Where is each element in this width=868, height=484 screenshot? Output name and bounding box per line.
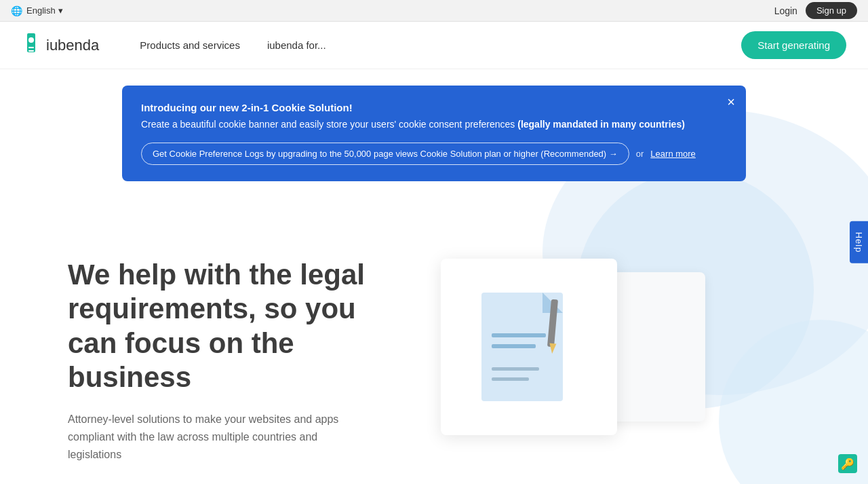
start-generating-button[interactable]: Start generating xyxy=(741,31,846,59)
globe-icon: 🌐 xyxy=(11,5,22,16)
top-bar: 🌐 English ▾ Login Sign up xyxy=(0,0,868,22)
document-illustration xyxy=(468,279,590,415)
banner-desc-plain: Create a beautiful cookie banner and eas… xyxy=(141,119,517,130)
banner-learn-more-button[interactable]: Learn more xyxy=(650,149,695,159)
nav-right: Start generating xyxy=(741,31,846,59)
svg-rect-7 xyxy=(492,344,536,348)
hero-subtitle: Attorney-level solutions to make your we… xyxy=(68,411,366,463)
language-selector[interactable]: English ▾ xyxy=(26,5,63,16)
banner-desc-bold: (legally mandated in many countries) xyxy=(517,119,685,130)
svg-point-1 xyxy=(28,37,34,43)
help-button[interactable]: Help xyxy=(850,221,868,263)
banner-cta-button[interactable]: Get Cookie Preference Logs by upgrading … xyxy=(141,143,629,165)
nav-iubenda-for[interactable]: iubenda for... xyxy=(254,22,340,69)
logo-icon xyxy=(22,33,41,58)
key-symbol: 🔑 xyxy=(841,458,854,470)
svg-rect-9 xyxy=(492,377,529,381)
hero-text: We help with the legal requirements, so … xyxy=(68,258,407,463)
main-content: Introducing our new 2-in-1 Cookie Soluti… xyxy=(0,69,868,484)
language-label: English xyxy=(26,5,56,16)
nav-links: Products and services iubenda for... xyxy=(126,22,339,69)
banner-close-button[interactable]: × xyxy=(727,95,735,109)
logo-link[interactable]: iubenda xyxy=(22,33,99,58)
signup-button[interactable]: Sign up xyxy=(806,2,857,19)
svg-rect-8 xyxy=(492,367,539,371)
logo-text: iubenda xyxy=(46,37,99,54)
banner-description: Create a beautiful cookie banner and eas… xyxy=(141,117,727,132)
cookie-banner: Introducing our new 2-in-1 Cookie Soluti… xyxy=(122,86,746,181)
banner-title: Introducing our new 2-in-1 Cookie Soluti… xyxy=(141,102,727,113)
chevron-down-icon: ▾ xyxy=(58,5,63,16)
banner-or-text: or xyxy=(636,149,644,159)
top-bar-actions: Login Sign up xyxy=(774,2,857,19)
svg-rect-2 xyxy=(28,47,34,48)
document-card-main xyxy=(441,259,617,435)
hero-title: We help with the legal requirements, so … xyxy=(68,258,407,395)
key-icon[interactable]: 🔑 xyxy=(838,454,857,473)
language-selector-area: 🌐 English ▾ xyxy=(11,5,63,16)
svg-rect-6 xyxy=(492,333,546,337)
nav-products[interactable]: Products and services xyxy=(126,22,254,69)
banner-actions: Get Cookie Preference Logs by upgrading … xyxy=(141,143,727,165)
svg-rect-3 xyxy=(28,50,34,52)
navbar: iubenda Products and services iubenda fo… xyxy=(0,22,868,69)
hero-visual xyxy=(407,231,800,484)
hero-section: We help with the legal requirements, so … xyxy=(0,198,868,484)
login-button[interactable]: Login xyxy=(774,5,797,16)
